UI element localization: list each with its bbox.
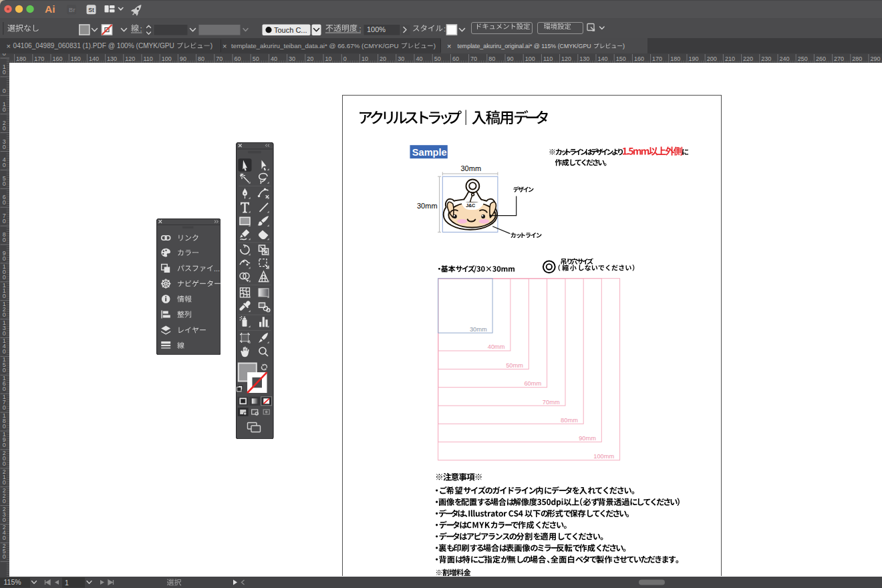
svg-text:Br: Br (69, 7, 76, 13)
svg-text:120: 120 (125, 55, 135, 62)
svg-text:20: 20 (307, 55, 313, 62)
svg-text:60: 60 (452, 55, 459, 62)
svg-text:0: 0 (3, 124, 6, 131)
svg-text:150: 150 (616, 55, 626, 62)
svg-text:10: 10 (325, 55, 332, 62)
svg-text:): ) (623, 43, 625, 49)
svg-text:200: 200 (707, 55, 717, 62)
svg-text:140: 140 (598, 55, 608, 62)
svg-text:0: 0 (3, 311, 6, 317)
svg-text::: : (140, 25, 142, 33)
svg-text:160: 160 (53, 55, 63, 62)
svg-text:160: 160 (634, 55, 644, 62)
svg-text:0: 0 (3, 255, 6, 261)
svg-text:template_akuriru_teiban_data.a: template_akuriru_teiban_data.ai* @ 66.67… (231, 42, 399, 49)
svg-text:190: 190 (689, 55, 699, 62)
svg-text:170: 170 (34, 55, 44, 62)
svg-text:0: 0 (3, 441, 6, 448)
svg-text:0: 0 (3, 292, 6, 299)
svg-text:0: 0 (3, 53, 6, 57)
svg-text:240: 240 (780, 55, 790, 62)
svg-text:St: St (88, 7, 94, 13)
svg-text:0: 0 (3, 497, 6, 504)
svg-text:×: × (223, 42, 227, 50)
svg-text:0: 0 (3, 273, 6, 280)
svg-text:115%: 115% (4, 578, 21, 586)
svg-text:50: 50 (434, 55, 441, 62)
svg-text:40: 40 (416, 55, 423, 62)
svg-text:70: 70 (216, 55, 223, 62)
svg-text:0: 0 (3, 348, 6, 355)
svg-text:×: × (7, 42, 11, 50)
svg-text:100%: 100% (367, 25, 386, 33)
svg-text:0: 0 (3, 478, 6, 485)
svg-text:): ) (210, 42, 212, 49)
svg-text:170: 170 (652, 55, 662, 62)
svg-text:130: 130 (107, 55, 117, 62)
svg-text::: : (444, 25, 446, 33)
svg-text:template_akuriru_original.ai*: template_akuriru_original.ai* @ 115% (CM… (458, 43, 591, 49)
svg-text:290: 290 (871, 55, 881, 62)
svg-text::: : (359, 25, 361, 33)
svg-text:0: 0 (3, 367, 6, 374)
svg-text:70: 70 (470, 55, 477, 62)
svg-text:...: ... (214, 264, 220, 272)
svg-text:270: 270 (834, 55, 844, 62)
svg-text:0: 0 (3, 516, 6, 523)
svg-text:0: 0 (3, 106, 6, 112)
svg-text:0: 0 (3, 386, 6, 392)
svg-text:130: 130 (579, 55, 589, 62)
svg-text:40: 40 (271, 55, 277, 62)
svg-text:180: 180 (670, 55, 680, 62)
svg-text:110: 110 (144, 55, 153, 62)
svg-text:80: 80 (198, 55, 204, 62)
svg-text:180: 180 (16, 55, 26, 62)
svg-text:0: 0 (3, 535, 6, 541)
svg-text:120: 120 (561, 55, 571, 62)
svg-text:280: 280 (852, 55, 862, 62)
svg-text:100: 100 (525, 55, 535, 62)
svg-text:Ai: Ai (45, 3, 55, 15)
svg-text:0: 0 (3, 423, 6, 430)
svg-text:260: 260 (816, 55, 826, 62)
svg-text:230: 230 (761, 55, 771, 62)
svg-text:0: 0 (3, 162, 6, 168)
svg-text:20: 20 (380, 55, 386, 62)
svg-text:0: 0 (3, 237, 6, 243)
svg-text:210: 210 (725, 55, 735, 62)
svg-text:30: 30 (289, 55, 295, 62)
svg-text:Touch C...: Touch C... (274, 26, 307, 34)
svg-text:60: 60 (235, 55, 241, 62)
svg-text:30: 30 (398, 55, 404, 62)
svg-text:0: 0 (343, 55, 347, 62)
svg-text:0: 0 (3, 87, 6, 94)
svg-text:100: 100 (162, 55, 172, 62)
svg-text:×: × (447, 42, 451, 50)
svg-text:250: 250 (798, 55, 808, 62)
svg-text:0: 0 (3, 68, 6, 75)
svg-text:04106_04989_060831 (1).PDF @ 1: 04106_04989_060831 (1).PDF @ 100% (CMYK/… (13, 42, 174, 49)
svg-text:0: 0 (3, 460, 6, 466)
svg-text:90: 90 (507, 55, 514, 62)
svg-text:0: 0 (3, 143, 6, 150)
svg-text:): ) (434, 42, 436, 49)
svg-text:0: 0 (3, 180, 6, 187)
svg-text:220: 220 (743, 55, 753, 62)
svg-text:0: 0 (3, 218, 6, 225)
svg-text:0: 0 (3, 553, 6, 560)
svg-text:140: 140 (89, 55, 99, 62)
svg-text:0: 0 (3, 199, 6, 206)
svg-text:50: 50 (253, 55, 259, 62)
svg-text:110: 110 (543, 55, 553, 62)
svg-text:10: 10 (361, 55, 368, 62)
svg-text:80: 80 (488, 55, 495, 62)
svg-text:90: 90 (180, 55, 186, 62)
svg-text:1: 1 (65, 578, 69, 586)
svg-text:150: 150 (71, 55, 81, 62)
svg-text:0: 0 (3, 329, 6, 336)
svg-text:0: 0 (3, 404, 6, 411)
